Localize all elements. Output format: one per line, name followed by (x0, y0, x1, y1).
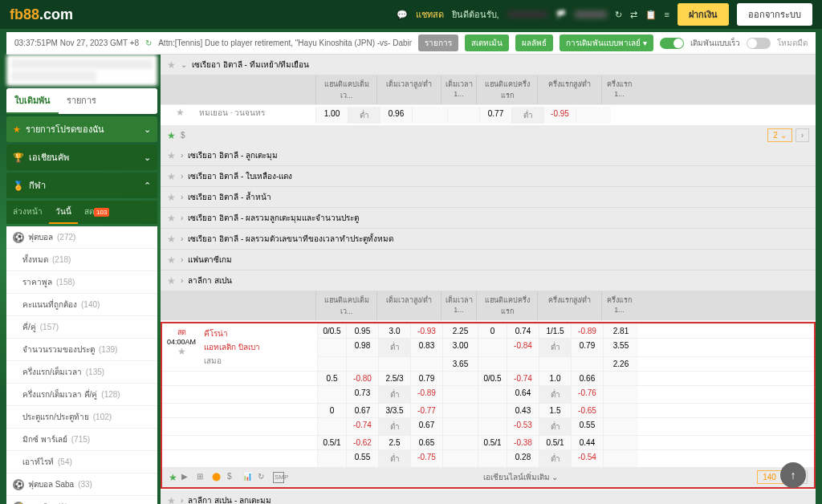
star-icon[interactable]: ★ (167, 495, 176, 505)
logo[interactable]: fb88.com (10, 6, 73, 23)
page-select[interactable]: 2 ⌄ (767, 128, 791, 142)
odds-cell[interactable]: 0.5/1 (478, 436, 507, 449)
chat-link[interactable]: แชทสด (416, 7, 444, 22)
odds-cell[interactable]: 1/1.5 (539, 324, 571, 338)
odds-cell[interactable]: -0.84 (507, 339, 539, 356)
play-icon[interactable]: ▶ (181, 472, 193, 483)
odds-cell[interactable]: 3.65 (442, 357, 478, 371)
odds-cell[interactable]: 0.79 (571, 339, 603, 356)
refresh-icon[interactable]: ↻ (145, 39, 152, 47)
star-icon[interactable]: ★ (167, 234, 176, 245)
odds-cell[interactable]: 0.66 (571, 372, 603, 385)
odds-cell[interactable]: 2.25 (442, 324, 478, 338)
menu-list-button[interactable]: รายการ (418, 35, 458, 51)
statement-button[interactable]: สเตทเม้น (465, 35, 509, 51)
sidebar-item[interactable]: ประตูแรก/ประตูท้าย (102) (6, 406, 157, 429)
odds-cell[interactable]: 0.98 (346, 339, 378, 356)
sidebar-item[interactable]: ราคาพูล (158) (6, 271, 157, 294)
odds-cell[interactable]: -0.77 (410, 404, 442, 417)
odds-cell[interactable]: -0.93 (410, 324, 442, 338)
odds-cell[interactable]: -0.65 (571, 404, 603, 417)
odds-cell[interactable]: 1.0 (539, 372, 571, 385)
odds-cell[interactable]: -0.80 (346, 372, 378, 385)
star-icon[interactable]: ★ (167, 213, 176, 224)
odds-cell[interactable]: -0.53 (507, 418, 539, 435)
away-team[interactable]: แอทเลติก บิลเบา (204, 340, 314, 354)
tab-betslip[interactable]: ใบเดิมพัน (6, 88, 59, 114)
league-row[interactable]: ★›ลาลีกา สเปน (161, 270, 816, 291)
dollar-icon[interactable]: $ (181, 131, 185, 140)
sidebar-item[interactable]: ⚽ฟุตบอล Saba (33) (6, 474, 157, 496)
dollar-icon[interactable]: $ (227, 472, 238, 483)
deposit-button[interactable]: ฝากเงิน (678, 3, 729, 26)
tab-live[interactable]: สด103 (78, 201, 116, 224)
smp-icon[interactable]: SMP (273, 472, 284, 483)
more-lines-link[interactable]: เอเชียนไลน์เพิ่มเติม ⌄ (289, 471, 752, 483)
odds-cell[interactable]: 3.55 (603, 339, 638, 356)
refresh-icon[interactable]: ↻ (258, 472, 269, 483)
odds-cell[interactable]: 0.83 (410, 339, 442, 356)
odds-cell[interactable]: -0.38 (507, 436, 539, 449)
odds-cell[interactable]: -0.75 (410, 450, 442, 467)
star-icon[interactable]: ★ (165, 346, 197, 357)
asian-cup-header[interactable]: 🏆 เอเชียนคัพ ⌄ (6, 144, 157, 170)
odds-cell[interactable]: 0.74 (507, 324, 539, 338)
odds-cell[interactable]: -0.89 (571, 324, 603, 338)
odds-cell[interactable]: -0.54 (571, 450, 603, 467)
odds-cell[interactable]: 2.81 (603, 324, 638, 338)
tab-early[interactable]: ล่วงหน้า (6, 201, 49, 224)
odds-cell[interactable]: 0.5/1 (317, 436, 346, 449)
sidebar-item[interactable]: ทั้งหมด (218) (6, 249, 157, 271)
logout-button[interactable]: ออกจากระบบ (737, 3, 812, 26)
sports-header[interactable]: 🏅 กีฬา ⌃ (6, 173, 157, 198)
refresh-icon[interactable]: ↻ (615, 10, 622, 20)
odds-cell[interactable]: 3.0 (378, 324, 410, 338)
scroll-top-button[interactable]: ↑ (780, 462, 806, 488)
odds-cell[interactable]: 2.5 (378, 436, 410, 449)
transfer-icon[interactable]: ⇄ (630, 10, 637, 20)
league-row[interactable]: ★›เซเรียอา อิตาลี - ผลรวมลูกเตะมุมและจำน… (161, 208, 816, 229)
tab-list[interactable]: รายการ (59, 88, 104, 114)
favorites-header[interactable]: ★ รายการโปรดของฉัน ⌄ (6, 116, 157, 142)
odds-cell[interactable]: 0/0.5 (317, 324, 346, 338)
sidebar-item[interactable]: จำนวนรวมของประตู (139) (6, 339, 157, 361)
star-icon[interactable]: ★ (167, 171, 176, 182)
odds-cell[interactable]: 0.67 (410, 418, 442, 435)
league-row[interactable]: ★›เซเรียอา อิตาลี - ผลรวมตัวเลขนาทีของเว… (161, 229, 816, 250)
stats-icon[interactable]: 📊 (242, 472, 254, 483)
odds-cell[interactable]: 3.00 (442, 339, 478, 356)
odds-cell[interactable]: 0.5/1 (539, 436, 571, 449)
coin-icon[interactable]: ⬤ (212, 472, 223, 483)
home-team[interactable]: คีโรน่า (204, 327, 314, 340)
flag-icon[interactable]: 🏳️ (555, 10, 567, 20)
odds-cell[interactable]: 0.95 (346, 324, 378, 338)
league-row[interactable]: ★›แฟนตาซีเกม (161, 250, 816, 270)
league-row[interactable]: ★ ⌄ เซเรียอา อิตาลี - ทีมเหย้า/ทีมเยือน (161, 55, 816, 75)
odds-cell[interactable]: 0 (478, 324, 507, 338)
star-icon[interactable]: ★ (167, 150, 176, 161)
sidebar-item[interactable]: คะแนนที่ถูกต้อง (140) (6, 294, 157, 316)
odds-cell[interactable]: 0/0.5 (478, 372, 507, 385)
parlay-dropdown[interactable]: การเดิมพันแบบพาเลย์ ▾ (560, 35, 653, 51)
results-button[interactable]: ผลลัพธ์ (515, 35, 553, 51)
star-icon[interactable]: ★ (169, 472, 177, 483)
odds-cell[interactable]: -0.74 (346, 418, 378, 435)
odds-cell[interactable]: 0.44 (571, 436, 603, 449)
sidebar-item[interactable]: ครึ่งแรก/เต็มเวลา (135) (6, 361, 157, 384)
stream-icon[interactable]: ⊞ (197, 472, 208, 483)
odds-cell[interactable]: 0.55 (346, 450, 378, 467)
odds-cell[interactable]: 0.67 (346, 404, 378, 417)
league-row[interactable]: ★›เซเรียอา อิตาลี - ใบเหลือง-แดง (161, 166, 816, 187)
dark-mode-toggle[interactable] (747, 38, 771, 49)
quick-bet-toggle[interactable] (660, 38, 684, 49)
star-icon[interactable]: ★ (167, 130, 176, 141)
odds-cell[interactable]: 0 (317, 404, 346, 417)
odds-cell[interactable]: 0.64 (507, 386, 539, 403)
odds-cell[interactable]: -0.74 (507, 372, 539, 385)
league-row[interactable]: ★›เซเรียอา อิตาลี - ล้ำหน้า (161, 187, 816, 208)
chat-icon[interactable]: 💬 (397, 10, 408, 20)
sidebar-item[interactable]: คี่/คู่ (157) (6, 316, 157, 339)
menu-icon[interactable]: ≡ (665, 10, 669, 19)
odds-cell[interactable]: 1.5 (539, 404, 571, 417)
promo-icon[interactable]: 📋 (645, 10, 657, 20)
